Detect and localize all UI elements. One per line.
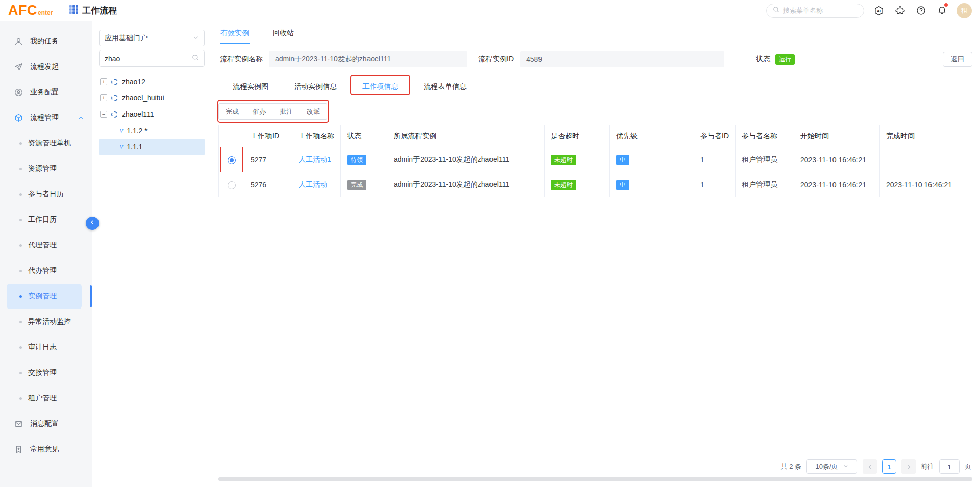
sidebar-item-15[interactable]: 消息配置 [0,411,92,437]
panel-collapse-button[interactable] [86,217,99,230]
next-page-button[interactable] [901,459,916,474]
table-body: 5277 人工活动1 待领 admin于2023-11-10发起的zhaoel1… [219,147,972,197]
back-button[interactable]: 返回 [943,52,972,67]
tree-search[interactable] [99,50,205,67]
tab-recycle-bin[interactable]: 回收站 [272,21,295,44]
status-cell: 待领 [341,147,387,172]
subtab-3[interactable]: 流程表单信息 [423,78,468,97]
workitem-link[interactable]: 人工活动 [299,180,327,188]
sidebar-item-11[interactable]: 异常活动监控 [0,309,92,335]
action-button-0[interactable]: 完成 [218,103,246,120]
sidebar-item-9[interactable]: 代办管理 [0,258,92,284]
instance-tabs: 有效实例回收站 [218,21,972,44]
workitem-action-group: 完成催办批注改派 [218,103,327,120]
page-suffix-label: 页 [965,462,971,471]
portal-select-value: 应用基础门户 [105,34,148,43]
sidebar-item-13[interactable]: 交接管理 [0,360,92,386]
sidebar-menu: 我的任务 流程发起 业务配置 流程管理 资源管理单机 资源管理 参与者日历 工作… [0,21,92,487]
search-icon [772,6,780,15]
sidebar-item-12[interactable]: 审计日志 [0,335,92,360]
action-button-2[interactable]: 批注 [273,103,300,120]
active-indicator [90,285,92,307]
plus-box-icon[interactable]: + [100,94,107,101]
status-label: 状态 [756,55,770,64]
status-badge: 完成 [347,180,366,190]
sync-icon [111,95,118,101]
sidebar-item-6[interactable]: 参与者日历 [0,182,92,207]
radio-selected-icon[interactable] [228,156,236,164]
sidebar-item-7[interactable]: 工作日历 [0,207,92,233]
sidebar-item-3[interactable]: 流程管理 [0,105,92,131]
sidebar-item-1[interactable]: 流程发起 [0,54,92,80]
sidebar-item-8[interactable]: 代理管理 [0,233,92,258]
search-icon[interactable] [191,54,199,63]
column-header-9: 开始时间 [794,125,880,147]
page-number-1[interactable]: 1 [882,459,896,474]
sidebar-item-16[interactable]: 常用意见 [0,437,92,462]
prev-page-button[interactable] [863,459,877,474]
instance-name-label: 流程实例名称 [220,55,263,64]
tree-node-0[interactable]: + zhao12 [99,73,205,90]
radio-unselected-icon[interactable] [228,181,236,189]
sidebar-item-0[interactable]: 我的任务 [0,29,92,54]
action-button-3[interactable]: 改派 [300,103,327,120]
send-icon [14,62,23,72]
bullet-icon [19,346,22,349]
detail-tabs: 流程实例图活动实例信息工作项信息流程表单信息 [218,78,972,97]
bell-icon[interactable] [936,5,948,17]
tree-panel: 应用基础门户 + zhao12 + zhaoel_huitui − zhaoel… [92,21,212,487]
portal-select[interactable]: 应用基础门户 [99,30,205,46]
svg-text:AI: AI [877,8,881,13]
page-size-select[interactable]: 10条/页 [806,459,857,474]
menu-search[interactable] [766,4,864,18]
puzzle-icon[interactable] [894,5,906,17]
bullet-icon [19,321,22,323]
workitem-link[interactable]: 人工活动1 [299,155,331,163]
tab-valid-instances[interactable]: 有效实例 [220,21,250,44]
goto-page-input[interactable] [939,459,960,474]
sidebar-item-14[interactable]: 租户管理 [0,386,92,411]
mail-icon [14,419,23,429]
ai-icon[interactable]: AI [873,5,885,17]
subtab-0[interactable]: 流程实例图 [232,78,270,97]
avatar[interactable]: 租 [957,3,972,18]
content-spacer [218,197,972,457]
column-header-8: 参与者名称 [736,125,794,147]
process-tree: + zhao12 + zhaoel_huitui − zhaoel111 v 1… [99,73,205,155]
instance-id-field[interactable] [520,51,724,67]
help-icon[interactable] [915,5,927,17]
workitem-table: 工作项ID工作项名称状态所属流程实例是否超时优先级参与者ID参与者名称开始时间完… [218,125,972,197]
subtab-1[interactable]: 活动实例信息 [293,78,338,97]
logo-subtext: enter [38,9,53,16]
action-button-1[interactable]: 催办 [246,103,273,120]
start-time-cell: 2023-11-10 16:46:21 [794,147,880,172]
table-header-row: 工作项ID工作项名称状态所属流程实例是否超时优先级参与者ID参与者名称开始时间完… [219,125,972,147]
sidebar-item-4[interactable]: 资源管理单机 [0,131,92,156]
minus-box-icon[interactable]: − [100,111,107,118]
bullet-icon [19,142,22,145]
sidebar-item-10[interactable]: 实例管理 [7,284,82,309]
plus-box-icon[interactable]: + [100,78,107,85]
participant-name-cell: 租户管理员 [736,147,794,172]
tree-node-1[interactable]: + zhaoel_huitui [99,90,205,106]
tree-node-2[interactable]: − zhaoel111 [99,106,205,122]
topbar: AFC enter 工作流程 AI [0,0,980,21]
tree-version-2-0[interactable]: v 1.1.2 * [99,122,205,139]
end-time-cell [880,147,972,172]
tree-version-2-1[interactable]: v 1.1.1 [99,139,205,155]
end-time-cell: 2023-11-10 16:46:21 [880,172,972,197]
tree-search-input[interactable] [105,55,191,63]
horizontal-scrollbar[interactable] [218,477,972,481]
chevron-down-icon [843,463,849,471]
notification-dot [944,3,948,7]
instance-name-field[interactable] [269,51,467,67]
app-logo: AFC enter [8,4,53,17]
column-header-0 [219,125,244,147]
column-header-4: 所属流程实例 [387,125,545,147]
column-header-5: 是否超时 [545,125,610,147]
sidebar-item-5[interactable]: 资源管理 [0,156,92,182]
menu-search-input[interactable] [783,7,858,14]
subtab-2[interactable]: 工作项信息 [361,78,399,97]
instance-id-label: 流程实例ID [478,55,514,64]
sidebar-item-2[interactable]: 业务配置 [0,80,92,105]
